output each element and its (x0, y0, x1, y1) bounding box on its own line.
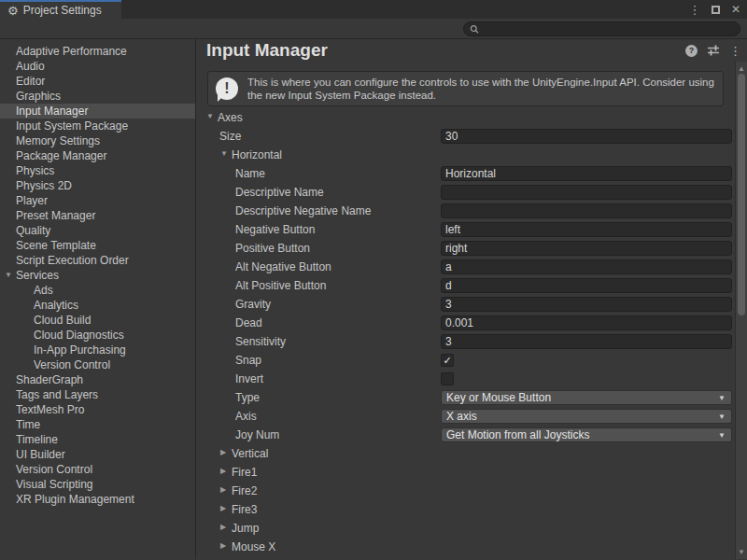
page-title: Input Manager (206, 40, 328, 61)
sidebar-item-label: Ads (34, 284, 53, 297)
dead-input[interactable] (441, 315, 732, 330)
foldout-closed-icon[interactable]: ▶ (220, 467, 226, 475)
main-header: Input Manager ? ⋮ (196, 39, 747, 62)
field-label[interactable]: Axes (218, 111, 243, 124)
sidebar-item-input-system-package[interactable]: Input System Package (0, 119, 195, 133)
tab-project-settings[interactable]: ⚙ Project Settings (0, 0, 121, 19)
field-label: Dead (235, 316, 262, 329)
scroll-up-icon[interactable]: ▲ (736, 64, 747, 73)
field-label[interactable]: Fire1 (232, 466, 257, 479)
sidebar-item-editor[interactable]: Editor (0, 74, 195, 89)
sidebar-item-visual-scripting[interactable]: Visual Scripting (0, 477, 195, 492)
sidebar-item-cloud-diagnostics[interactable]: Cloud Diagnostics (0, 328, 195, 343)
gear-icon: ⚙ (7, 5, 19, 17)
sidebar-item-quality[interactable]: Quality (0, 223, 195, 238)
row-size: Size (196, 127, 735, 146)
sidebar-item-label: Script Execution Order (16, 254, 129, 267)
sidebar-item-preset-manager[interactable]: Preset Manager (0, 208, 195, 223)
foldout-closed-icon[interactable]: ▶ (220, 485, 226, 494)
vertical-scrollbar[interactable]: ▲ ▼ (735, 62, 747, 559)
positive-button-input[interactable] (441, 241, 732, 256)
axis-dropdown[interactable]: X axis▼ (441, 409, 732, 424)
sidebar-item-shadergraph[interactable]: ShaderGraph (0, 372, 195, 387)
sidebar-item-time[interactable]: Time (0, 417, 195, 432)
sidebar-item-physics-2d[interactable]: Physics 2D (0, 178, 195, 193)
help-icon[interactable]: ? (685, 45, 698, 57)
sidebar-item-timeline[interactable]: Timeline (0, 432, 195, 447)
field-control (441, 334, 732, 349)
foldout-closed-icon[interactable]: ▶ (220, 504, 226, 512)
descriptive-name-input[interactable] (441, 185, 732, 200)
main-panel: Input Manager ? ⋮ ! This is where you ca… (196, 39, 747, 559)
sidebar-item-adaptive-performance[interactable]: Adaptive Performance (0, 44, 195, 59)
more-menu-icon[interactable]: ⋮ (729, 45, 741, 57)
alt-positive-button-input[interactable] (441, 278, 732, 293)
sidebar-item-graphics[interactable]: Graphics (0, 89, 195, 104)
sidebar-item-script-execution-order[interactable]: Script Execution Order (0, 253, 195, 268)
foldout-closed-icon[interactable]: ▶ (220, 523, 226, 531)
row-descriptive-negative-name: Descriptive Negative Name (196, 202, 735, 220)
sidebar-item-analytics[interactable]: Analytics (0, 298, 195, 313)
field-label[interactable]: Jump (232, 522, 259, 535)
sidebar-item-scene-template[interactable]: Scene Template (0, 238, 195, 253)
scroll-down-icon[interactable]: ▼ (736, 548, 747, 556)
sidebar-item-label: ShaderGraph (16, 373, 83, 386)
chevron-down-icon: ▼ (718, 431, 726, 440)
sidebar-item-tags-and-layers[interactable]: Tags and Layers (0, 387, 195, 402)
joy-num-dropdown[interactable]: Get Motion from all Joysticks▼ (441, 427, 732, 442)
sensitivity-input[interactable] (441, 334, 732, 349)
sidebar-item-ads[interactable]: Ads (0, 283, 195, 298)
sidebar-item-input-manager[interactable]: Input Manager (0, 104, 195, 119)
foldout-open-icon[interactable]: ▼ (206, 112, 214, 120)
search-box[interactable] (463, 21, 740, 36)
row-fire1: ▶Fire1 (196, 463, 735, 482)
sidebar-item-xr-plugin-management[interactable]: XR Plugin Management (0, 492, 195, 507)
field-label[interactable]: Fire3 (232, 503, 257, 516)
sidebar-item-in-app-purchasing[interactable]: In-App Purchasing (0, 343, 195, 357)
close-icon[interactable]: ✕ (728, 2, 743, 17)
row-jump: ▶Jump (196, 519, 735, 538)
name-input[interactable] (441, 166, 732, 181)
snap-checkbox[interactable]: ✓ (441, 354, 454, 367)
sidebar-item-ui-builder[interactable]: UI Builder (0, 447, 195, 462)
sidebar-item-label: Cloud Diagnostics (34, 329, 124, 342)
sidebar-item-textmesh-pro[interactable]: TextMesh Pro (0, 402, 195, 417)
sidebar-item-package-manager[interactable]: Package Manager (0, 148, 195, 163)
type-dropdown[interactable]: Key or Mouse Button▼ (441, 390, 732, 405)
sidebar-item-cloud-build[interactable]: Cloud Build (0, 313, 195, 328)
scrollbar-thumb[interactable] (738, 74, 745, 315)
negative-button-input[interactable] (441, 222, 732, 237)
sidebar-item-version-control[interactable]: Version Control (0, 357, 195, 372)
foldout-closed-icon[interactable]: ▶ (220, 448, 226, 456)
sidebar-item-memory-settings[interactable]: Memory Settings (0, 133, 195, 148)
search-input[interactable] (483, 23, 734, 35)
foldout-open-icon[interactable]: ▼ (220, 149, 228, 158)
descriptive-negative-name-input[interactable] (441, 203, 732, 218)
field-label: Name (235, 167, 265, 180)
gravity-input[interactable] (441, 297, 732, 312)
chevron-down-icon[interactable]: ▼ (3, 268, 14, 283)
sidebar-item-audio[interactable]: Audio (0, 59, 195, 74)
sidebar-item-version-control[interactable]: Version Control (0, 462, 195, 477)
field-control (441, 315, 732, 330)
sidebar-item-player[interactable]: Player (0, 193, 195, 208)
sidebar-item-physics[interactable]: Physics (0, 163, 195, 178)
field-label[interactable]: Horizontal (232, 148, 282, 161)
row-alt-negative-button: Alt Negative Button (196, 258, 735, 276)
size-input[interactable] (441, 129, 732, 144)
field-label: Invert (235, 372, 263, 385)
maximize-icon[interactable] (708, 2, 723, 17)
foldout-closed-icon[interactable]: ▶ (220, 541, 226, 550)
sidebar-item-label: Memory Settings (16, 134, 100, 147)
field-label[interactable]: Fire2 (232, 484, 257, 497)
invert-checkbox[interactable] (441, 372, 454, 385)
window-menu-icon[interactable]: ⋮ (687, 2, 702, 17)
sidebar-item-services[interactable]: ▼Services (0, 268, 195, 283)
presets-icon[interactable] (707, 44, 720, 57)
sidebar-item-label: Time (16, 418, 40, 431)
alt-negative-button-input[interactable] (441, 259, 732, 274)
field-label[interactable]: Mouse X (232, 540, 275, 553)
field-label[interactable]: Vertical (232, 447, 268, 460)
field-label: Positive Button (235, 242, 310, 255)
row-sensitivity: Sensitivity (196, 332, 735, 351)
